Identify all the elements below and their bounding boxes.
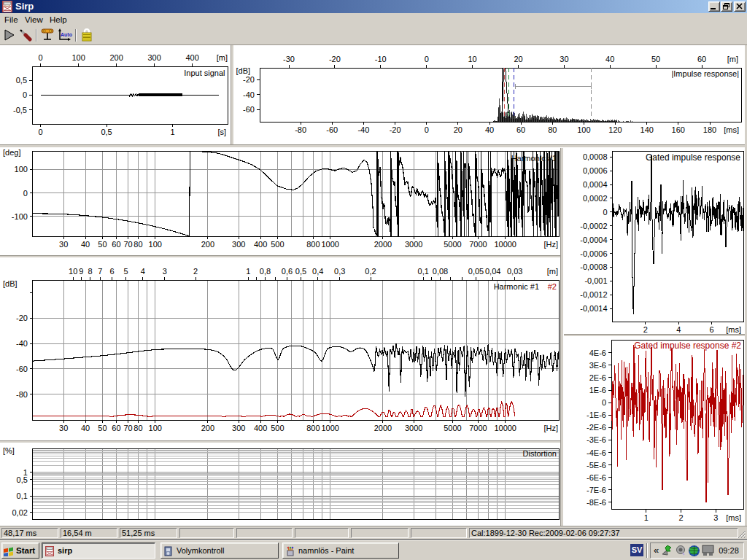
svg-text:80: 80 (133, 424, 142, 432)
svg-text:80: 80 (548, 125, 557, 134)
svg-text:2: 2 (193, 267, 198, 276)
svg-text:-10: -10 (375, 55, 387, 63)
svg-text:3: 3 (163, 267, 167, 276)
svg-text:50: 50 (98, 240, 107, 249)
svg-text:-40: -40 (357, 125, 369, 134)
svg-text:0,8: 0,8 (260, 267, 271, 276)
svg-text:[ms]: [ms] (726, 513, 741, 522)
svg-text:0: 0 (23, 90, 27, 99)
svg-text:1: 1 (171, 128, 175, 136)
svg-text:3000: 3000 (405, 240, 422, 249)
svg-text:4: 4 (141, 267, 145, 276)
svg-text:100: 100 (71, 53, 85, 62)
svg-text:2: 2 (679, 513, 684, 522)
svg-text:0,0004: 0,0004 (583, 180, 608, 189)
svg-text:[ms]: [ms] (724, 125, 739, 134)
svg-text:0: 0 (39, 53, 43, 62)
svg-text:70: 70 (123, 240, 132, 249)
svg-text:2E-6: 2E-6 (589, 373, 606, 382)
svg-text:0,0006: 0,0006 (583, 166, 608, 175)
svg-text:2000: 2000 (374, 424, 392, 432)
svg-text:-80: -80 (295, 125, 306, 134)
svg-text:0,1: 0,1 (17, 491, 28, 500)
svg-text:0: 0 (602, 398, 606, 407)
svg-text:70: 70 (123, 424, 132, 432)
svg-text:50: 50 (98, 424, 107, 432)
svg-text:0: 0 (39, 128, 43, 136)
svg-text:[dB]: [dB] (3, 279, 18, 288)
svg-text:-5E-6: -5E-6 (587, 461, 606, 470)
svg-text:400: 400 (254, 424, 267, 432)
svg-text:40: 40 (81, 424, 90, 432)
svg-text:Gated impulse response #2: Gated impulse response #2 (634, 341, 741, 351)
svg-text:120: 120 (608, 125, 622, 134)
svg-text:-8E-6: -8E-6 (587, 498, 606, 507)
svg-text:8: 8 (88, 267, 92, 276)
svg-text:-0,0014: -0,0014 (580, 304, 607, 313)
svg-text:100: 100 (15, 165, 28, 174)
svg-text:-20: -20 (243, 75, 255, 84)
svg-text:2000: 2000 (374, 240, 392, 249)
svg-text:40: 40 (605, 55, 614, 63)
svg-text:3: 3 (713, 513, 718, 522)
svg-text:1: 1 (644, 513, 649, 522)
svg-text:1000: 1000 (321, 424, 338, 432)
svg-text:9: 9 (79, 267, 83, 276)
svg-text:10: 10 (468, 55, 476, 63)
svg-text:5: 5 (123, 267, 128, 276)
svg-text:-0,5: -0,5 (13, 106, 27, 114)
svg-text:800: 800 (306, 424, 320, 432)
svg-text:500: 500 (271, 240, 284, 249)
svg-text:Harmonic #1: Harmonic #1 (494, 282, 539, 291)
svg-text:-40: -40 (243, 90, 255, 99)
svg-text:300: 300 (232, 240, 245, 249)
svg-text:60: 60 (516, 125, 525, 134)
svg-text:-60: -60 (326, 125, 338, 134)
svg-text:-0,0006: -0,0006 (580, 249, 607, 258)
svg-text:30: 30 (59, 240, 68, 249)
svg-text:-4E-6: -4E-6 (587, 448, 606, 457)
svg-text:0,5: 0,5 (16, 76, 27, 85)
svg-text:1E-6: 1E-6 (589, 386, 606, 394)
svg-text:30: 30 (560, 55, 568, 63)
svg-text:300: 300 (232, 424, 245, 432)
svg-text:Auto: Auto (61, 32, 72, 37)
svg-text:[dB]: [dB] (236, 66, 251, 75)
svg-text:60: 60 (112, 240, 120, 249)
svg-text:[Hz]: [Hz] (543, 424, 558, 432)
svg-text:0: 0 (425, 125, 429, 134)
svg-text:-7E-6: -7E-6 (587, 486, 606, 494)
svg-text:4: 4 (676, 325, 681, 334)
svg-text:[Hz]: [Hz] (543, 240, 558, 249)
svg-text:-60: -60 (16, 365, 28, 373)
svg-text:0,6: 0,6 (282, 267, 293, 276)
svg-text:100: 100 (149, 424, 162, 432)
svg-text:10: 10 (69, 267, 77, 276)
svg-text:20: 20 (454, 125, 462, 134)
svg-text:60: 60 (697, 55, 706, 63)
svg-text:Distortion: Distortion (523, 449, 557, 458)
svg-text:3000: 3000 (405, 424, 422, 432)
svg-text:200: 200 (201, 240, 214, 249)
svg-text:-60: -60 (243, 105, 255, 114)
svg-text:[s]: [s] (217, 128, 226, 136)
svg-text:0,5: 0,5 (295, 267, 306, 276)
svg-text:140: 140 (640, 125, 654, 134)
svg-text:[m]: [m] (547, 267, 558, 276)
svg-text:-40: -40 (16, 339, 28, 348)
svg-text:0: 0 (23, 189, 28, 198)
svg-text:[ms]: [ms] (726, 325, 741, 334)
svg-text:50: 50 (651, 55, 660, 63)
svg-text:6: 6 (709, 325, 713, 334)
svg-text:2: 2 (643, 325, 648, 334)
svg-text:100: 100 (577, 125, 590, 134)
svg-text:0,1: 0,1 (418, 267, 429, 276)
svg-text:0: 0 (425, 55, 429, 63)
svg-text:800: 800 (306, 240, 320, 249)
svg-text:-6E-6: -6E-6 (587, 473, 606, 482)
svg-text:-3E-6: -3E-6 (587, 435, 606, 444)
svg-text:[m]: [m] (727, 55, 738, 63)
svg-text:40: 40 (81, 240, 90, 249)
svg-text:-20: -20 (390, 125, 401, 134)
svg-text:0,05: 0,05 (468, 267, 484, 276)
